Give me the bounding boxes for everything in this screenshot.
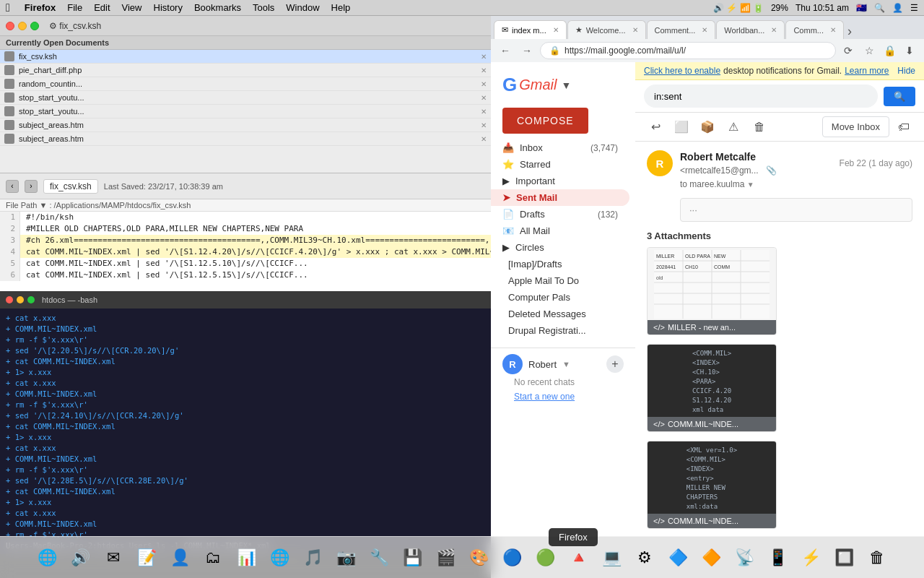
menubar-view[interactable]: View bbox=[116, 2, 148, 13]
reply-icon[interactable]: ↩ bbox=[644, 116, 667, 139]
delete-icon[interactable]: 🗑 bbox=[748, 116, 771, 139]
editor-nav-prev[interactable]: ‹ bbox=[6, 180, 19, 193]
browser-tab-world[interactable]: Worldban... ✕ bbox=[716, 20, 785, 39]
sidebar-item-computerpals[interactable]: Computer Pals bbox=[491, 289, 629, 306]
dock-app12-icon[interactable]: 🔺 bbox=[562, 542, 594, 574]
sidebar-item-starred[interactable]: ⭐ Starred bbox=[491, 156, 629, 173]
sidebar-item-important[interactable]: ▶ Important bbox=[491, 173, 629, 189]
menubar-search-icon[interactable]: 🔍 bbox=[874, 3, 885, 13]
menubar-history[interactable]: History bbox=[148, 2, 188, 13]
doc-close-btn[interactable]: ✕ bbox=[481, 121, 487, 129]
dock-trash-icon[interactable]: 🗑 bbox=[861, 542, 893, 574]
move-inbox-button[interactable]: Move Inbox bbox=[822, 116, 889, 137]
browser-tab-comm[interactable]: Comm... ✕ bbox=[785, 20, 844, 39]
sidebar-item-drafts[interactable]: 📄 Drafts (132) bbox=[491, 206, 629, 223]
dock-mail-icon[interactable]: ✉ bbox=[97, 542, 129, 574]
chat-user-robert[interactable]: R Robert ▼ + bbox=[502, 354, 624, 374]
dock-app8-icon[interactable]: 🎬 bbox=[430, 542, 461, 574]
notification-link[interactable]: Click here to enable bbox=[644, 66, 720, 76]
dock-app4-icon[interactable]: 🎵 bbox=[297, 542, 328, 574]
browser-tab-comment[interactable]: Comment... ✕ bbox=[647, 20, 716, 39]
terminal-maximize[interactable] bbox=[27, 296, 35, 303]
menubar-edit[interactable]: Edit bbox=[88, 2, 116, 13]
attachment-item-1[interactable]: MILLER 2028441 old OLD PARA CH10 NEW COM… bbox=[647, 247, 777, 335]
sidebar-item-sent[interactable]: ➤ Sent Mail bbox=[491, 189, 629, 206]
dock-app14-icon[interactable]: ⚙ bbox=[629, 542, 661, 574]
doc-close-btn[interactable]: ✕ bbox=[481, 94, 487, 102]
sidebar-item-deleted[interactable]: Deleted Messages bbox=[491, 306, 629, 322]
dock-app1-icon[interactable]: 🗂 bbox=[197, 542, 229, 574]
dock-app13-icon[interactable]: 💻 bbox=[596, 542, 627, 574]
tab-close-gmail[interactable]: ✕ bbox=[553, 26, 559, 34]
address-bar[interactable]: 🔒 https://mail.google.com/mail/u/l/ bbox=[540, 42, 836, 59]
doc-item-pie[interactable]: pie_chart_diff.php ✕ bbox=[0, 64, 491, 77]
browser-tab-gmail[interactable]: ✉ index m... ✕ bbox=[494, 20, 567, 39]
doc-item-fixcsvksh[interactable]: fix_csv.ksh ✕ bbox=[0, 50, 491, 64]
dock-app5-icon[interactable]: 📷 bbox=[330, 542, 362, 574]
doc-item-stopstart2[interactable]: stop_start_youtu... ✕ bbox=[0, 105, 491, 118]
tab-more-btn[interactable]: › bbox=[847, 24, 852, 39]
dock-app7-icon[interactable]: 💾 bbox=[396, 542, 428, 574]
gmail-search-btn[interactable]: 🔍 bbox=[884, 87, 915, 106]
code-area[interactable]: 1 #!/bin/ksh 2 #MILLER OLD CHAPTERS,OLD … bbox=[0, 212, 491, 291]
notification-hide[interactable]: Hide bbox=[897, 66, 915, 76]
dock-contacts-icon[interactable]: 👤 bbox=[164, 542, 196, 574]
terminal[interactable]: + cat x.xxx + COMM.MIL~INDEX.xml + rm -f… bbox=[0, 309, 491, 554]
nav-back-btn[interactable]: ← bbox=[497, 43, 514, 58]
dock-notes-icon[interactable]: 📝 bbox=[131, 542, 162, 574]
attachment-item-3[interactable]: <XML ver=1.0> <COMM.MIL> <INDEX> <entry>… bbox=[647, 441, 777, 529]
dock-app10-icon[interactable]: 🔵 bbox=[496, 542, 528, 574]
nav-icon-lock[interactable]: 🔒 bbox=[881, 42, 898, 59]
dock-app20-icon[interactable]: 🔲 bbox=[828, 542, 860, 574]
sidebar-item-circles[interactable]: ▶ Circles bbox=[491, 239, 629, 256]
doc-close-btn[interactable]: ✕ bbox=[481, 80, 487, 88]
dock-app3-icon[interactable]: 🌐 bbox=[263, 542, 295, 574]
dock-siri-icon[interactable]: 🔊 bbox=[64, 542, 96, 574]
sidebar-item-applemail[interactable]: Apple Mail To Do bbox=[491, 272, 629, 289]
tab-close-comm[interactable]: ✕ bbox=[830, 26, 836, 34]
menubar-help[interactable]: Help bbox=[326, 2, 357, 13]
editor-minimize-btn[interactable] bbox=[18, 22, 27, 30]
chat-start-link[interactable]: Start a new one bbox=[502, 390, 624, 403]
tab-close-comment[interactable]: ✕ bbox=[702, 26, 707, 34]
menubar-firefox[interactable]: Firefox bbox=[19, 2, 61, 13]
archive-icon[interactable]: 📦 bbox=[696, 116, 719, 139]
tab-close-world[interactable]: ✕ bbox=[771, 26, 777, 34]
dock-app17-icon[interactable]: 📡 bbox=[728, 542, 760, 574]
dock-finder-icon[interactable]: 🌐 bbox=[31, 542, 63, 574]
doc-close-btn[interactable]: ✕ bbox=[481, 108, 487, 116]
dock-app15-icon[interactable]: 🔷 bbox=[662, 542, 694, 574]
chat-dropdown-icon[interactable]: ▼ bbox=[562, 360, 570, 368]
dock-app11-icon[interactable]: 🟢 bbox=[529, 542, 561, 574]
nav-refresh-btn[interactable]: ⟳ bbox=[840, 43, 856, 58]
to-dropdown-icon[interactable]: ▼ bbox=[747, 181, 754, 189]
doc-item-stopstart1[interactable]: stop_start_youtu... ✕ bbox=[0, 91, 491, 105]
dock-app18-icon[interactable]: 📱 bbox=[762, 542, 793, 574]
menubar-bookmarks[interactable]: Bookmarks bbox=[188, 2, 247, 13]
tab-close-welcome[interactable]: ✕ bbox=[632, 26, 638, 34]
chat-add-btn[interactable]: + bbox=[606, 355, 624, 373]
doc-close-btn[interactable]: ✕ bbox=[481, 135, 487, 143]
dock-app19-icon[interactable]: ⚡ bbox=[795, 542, 827, 574]
sidebar-item-allmail[interactable]: 📧 All Mail bbox=[491, 223, 629, 239]
doc-item-subject1[interactable]: subject_areas.htm ✕ bbox=[0, 118, 491, 132]
nav-forward-btn[interactable]: → bbox=[518, 43, 536, 58]
notification-learn[interactable]: Learn more bbox=[845, 66, 889, 76]
sidebar-item-drupal[interactable]: Drupal Registrati... bbox=[491, 322, 629, 339]
gmail-dropdown-icon[interactable]: ▼ bbox=[561, 79, 571, 91]
menubar-file[interactable]: File bbox=[61, 2, 88, 13]
doc-item-random[interactable]: random_countin... ✕ bbox=[0, 77, 491, 91]
menubar-window[interactable]: Window bbox=[280, 2, 325, 13]
browser-tab-welcome[interactable]: ★ Welcome... ✕ bbox=[567, 20, 646, 39]
sidebar-item-inbox[interactable]: 📥 Inbox (3,747) bbox=[491, 139, 629, 156]
editor-maximize-btn[interactable] bbox=[30, 22, 39, 30]
dock-app16-icon[interactable]: 🔶 bbox=[695, 542, 727, 574]
doc-close-btn[interactable]: ✕ bbox=[481, 53, 487, 61]
doc-item-subject2[interactable]: subject_areas.htm ✕ bbox=[0, 132, 491, 146]
terminal-minimize[interactable] bbox=[17, 296, 24, 303]
compose-button[interactable]: COMPOSE bbox=[502, 108, 588, 134]
dock-app6-icon[interactable]: 🔧 bbox=[363, 542, 395, 574]
editor-close-btn[interactable] bbox=[6, 22, 14, 30]
sidebar-item-imap[interactable]: [Imap]/Drafts bbox=[491, 256, 629, 272]
dock-app2-icon[interactable]: 📊 bbox=[230, 542, 262, 574]
